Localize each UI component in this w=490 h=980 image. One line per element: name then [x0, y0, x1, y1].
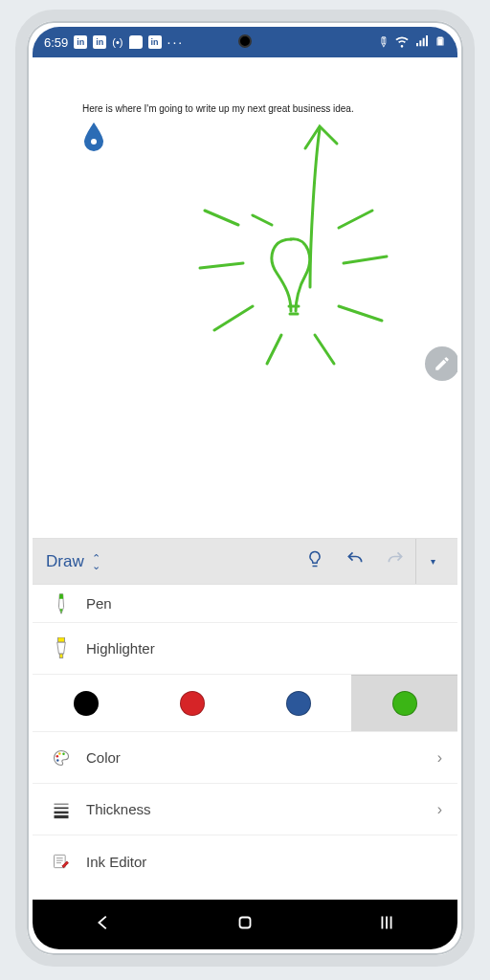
document-body-text[interactable]: Here is where I'm going to write up my n… [82, 103, 354, 114]
tab-switcher-icon[interactable]: ⌃⌄ [92, 554, 100, 569]
linkedin-icon [93, 35, 106, 49]
color-presets [33, 675, 457, 732]
draw-tools-panel: Pen Highlighter Color › [33, 584, 457, 900]
chevron-right-icon: › [437, 801, 442, 818]
svg-rect-5 [58, 637, 65, 642]
tool-color-label: Color [86, 749, 121, 766]
edit-fab[interactable] [425, 346, 457, 381]
ink-drop-icon [82, 122, 105, 151]
tool-pen[interactable]: Pen [33, 585, 457, 623]
front-camera [238, 34, 252, 48]
svg-marker-6 [57, 642, 66, 654]
tool-ink-editor-label: Ink Editor [86, 854, 146, 870]
signal-icon [414, 33, 430, 52]
ink-editor-icon [48, 850, 75, 873]
android-navbar [33, 900, 457, 949]
hotspot-icon: (•) [112, 36, 122, 48]
tool-highlighter[interactable]: Highlighter [33, 623, 457, 675]
stylus-icon: ✎ [374, 33, 393, 52]
swatch-black[interactable] [33, 675, 139, 731]
svg-point-11 [56, 759, 59, 762]
swatch-red[interactable] [139, 675, 245, 731]
highlighter-icon [48, 637, 75, 660]
ribbon-tab-draw[interactable]: Draw [40, 552, 90, 571]
svg-marker-3 [59, 593, 63, 598]
ribbon-toolbar: Draw ⌃⌄ ▾ [33, 538, 457, 584]
svg-rect-7 [59, 654, 62, 657]
battery-icon [434, 33, 446, 52]
thickness-icon [48, 798, 75, 821]
svg-point-1 [91, 139, 97, 145]
nav-recents-button[interactable] [376, 912, 397, 937]
swatch-green[interactable] [351, 675, 457, 731]
svg-point-8 [56, 755, 59, 758]
chevron-right-icon: › [437, 749, 442, 767]
phone-frame: 6:59 (•) ··· ✎ [15, 10, 475, 967]
tool-color[interactable]: Color › [33, 732, 457, 784]
swatch-blue[interactable] [245, 675, 351, 731]
chat-icon [129, 35, 143, 49]
svg-point-9 [58, 752, 61, 755]
undo-button[interactable] [335, 549, 375, 573]
screen: 6:59 (•) ··· ✎ [33, 27, 457, 949]
wifi-icon [394, 33, 410, 52]
pen-icon [48, 592, 75, 615]
clock: 6:59 [44, 35, 68, 50]
svg-rect-20 [240, 918, 251, 928]
svg-rect-0 [438, 38, 443, 45]
redo-button[interactable] [375, 549, 415, 573]
ink-sketch [147, 115, 396, 392]
tool-pen-label: Pen [86, 595, 112, 612]
linkedin-icon [148, 35, 162, 49]
tool-ink-editor[interactable]: Ink Editor [33, 835, 457, 887]
tool-highlighter-label: Highlighter [86, 640, 155, 657]
nav-home-button[interactable] [234, 912, 256, 937]
tool-thickness-label: Thickness [86, 801, 151, 817]
linkedin-icon [74, 35, 87, 49]
palette-icon [48, 746, 75, 769]
document-canvas[interactable]: Here is where I'm going to write up my n… [33, 57, 457, 538]
hint-button[interactable] [295, 549, 335, 573]
tool-thickness[interactable]: Thickness › [33, 784, 457, 835]
ribbon-collapse-button[interactable]: ▾ [415, 539, 450, 584]
svg-point-10 [62, 752, 65, 755]
more-notifications-icon: ··· [167, 34, 185, 50]
nav-back-button[interactable] [93, 912, 114, 937]
